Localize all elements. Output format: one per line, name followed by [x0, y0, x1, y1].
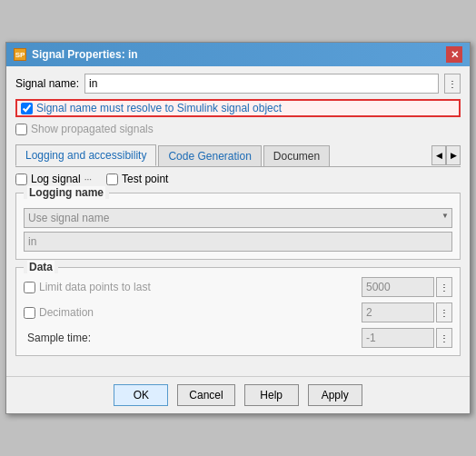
decimation-label-group: Decimation: [24, 306, 356, 319]
sample-time-options-btn[interactable]: ⋮: [436, 328, 452, 348]
tab-content: Log signal ··· Test point Logging name U…: [15, 173, 461, 369]
resolve-checkbox-row: Signal name must resolve to Simulink sig…: [15, 99, 461, 117]
tab-next-button[interactable]: ▶: [446, 145, 461, 165]
log-signal-row: Log signal ··· Test point: [15, 173, 461, 185]
propagated-checkbox-row: Show propagated signals: [15, 121, 461, 137]
apply-button[interactable]: Apply: [308, 384, 362, 406]
test-point-checkbox[interactable]: [106, 173, 118, 185]
limit-data-row: Limit data points to last ⋮: [24, 277, 452, 297]
dialog-content: Signal name: ⋮ Signal name must resolve …: [6, 66, 470, 376]
decimation-input-wrapper: ⋮: [362, 302, 452, 322]
logging-name-text[interactable]: [24, 232, 452, 252]
decimation-row: Decimation ⋮: [24, 302, 452, 322]
tab-nav-buttons: ◀ ▶: [431, 145, 461, 165]
sample-time-input[interactable]: [362, 328, 434, 348]
sample-time-row: Sample time: ⋮: [24, 328, 452, 348]
decimation-checkbox[interactable]: [24, 307, 35, 319]
decimation-options-btn[interactable]: ⋮: [436, 302, 452, 322]
limit-data-label-group: Limit data points to last: [24, 281, 356, 293]
data-group: Data Limit data points to last ⋮: [15, 267, 461, 356]
limit-data-checkbox[interactable]: [24, 282, 35, 293]
sample-time-label: Sample time:: [24, 332, 356, 344]
log-signal-ellipsis: ···: [84, 174, 92, 184]
window-icon: SP: [14, 48, 26, 61]
help-button[interactable]: Help: [244, 384, 299, 406]
dialog-footer: OK Cancel Help Apply: [6, 376, 470, 413]
resolve-label: Signal name must resolve to Simulink sig…: [36, 102, 282, 114]
propagated-label: Show propagated signals: [31, 123, 154, 135]
test-point-label: Test point: [122, 173, 168, 185]
propagated-checkbox[interactable]: [15, 124, 27, 135]
signal-name-label: Signal name:: [15, 77, 79, 90]
logging-name-group: Logging name Use signal name: [15, 193, 461, 260]
sample-time-input-wrapper: ⋮: [362, 328, 452, 348]
log-signal-label: Log signal: [31, 173, 81, 185]
resolve-checkbox[interactable]: [21, 103, 33, 114]
title-bar-left: SP Signal Properties: in: [14, 48, 138, 61]
tab-prev-button[interactable]: ◀: [431, 145, 446, 165]
logging-name-group-label: Logging name: [24, 186, 109, 199]
log-signal-checkbox[interactable]: [15, 173, 27, 185]
logging-name-select[interactable]: Use signal name: [24, 208, 452, 228]
data-group-label: Data: [24, 261, 58, 273]
sample-time-label-group: Sample time:: [24, 332, 356, 344]
cancel-button[interactable]: Cancel: [177, 384, 234, 406]
close-button[interactable]: ✕: [446, 46, 462, 63]
limit-data-input[interactable]: [362, 277, 434, 297]
tab-code-gen[interactable]: Code Generation: [158, 145, 261, 166]
signal-name-options-btn[interactable]: ⋮: [444, 74, 461, 94]
test-point-item: Test point: [106, 173, 168, 185]
limit-data-label: Limit data points to last: [39, 281, 151, 293]
decimation-input[interactable]: [362, 302, 434, 322]
title-bar: SP Signal Properties: in ✕: [6, 43, 470, 66]
limit-data-options-btn[interactable]: ⋮: [436, 277, 452, 297]
logging-name-select-wrapper: Use signal name: [24, 203, 452, 228]
signal-name-row: Signal name: ⋮: [15, 74, 461, 94]
tab-document[interactable]: Documen: [263, 145, 330, 166]
signal-name-input[interactable]: [84, 74, 439, 94]
limit-data-input-wrapper: ⋮: [362, 277, 452, 297]
window-title: Signal Properties: in: [32, 48, 138, 61]
decimation-label: Decimation: [39, 306, 94, 319]
signal-properties-dialog: SP Signal Properties: in ✕ Signal name: …: [5, 42, 471, 414]
ok-button[interactable]: OK: [114, 384, 168, 406]
log-signal-item: Log signal ···: [15, 173, 92, 185]
tabs-container: Logging and accessibility Code Generatio…: [15, 144, 461, 167]
tab-logging[interactable]: Logging and accessibility: [15, 144, 156, 166]
